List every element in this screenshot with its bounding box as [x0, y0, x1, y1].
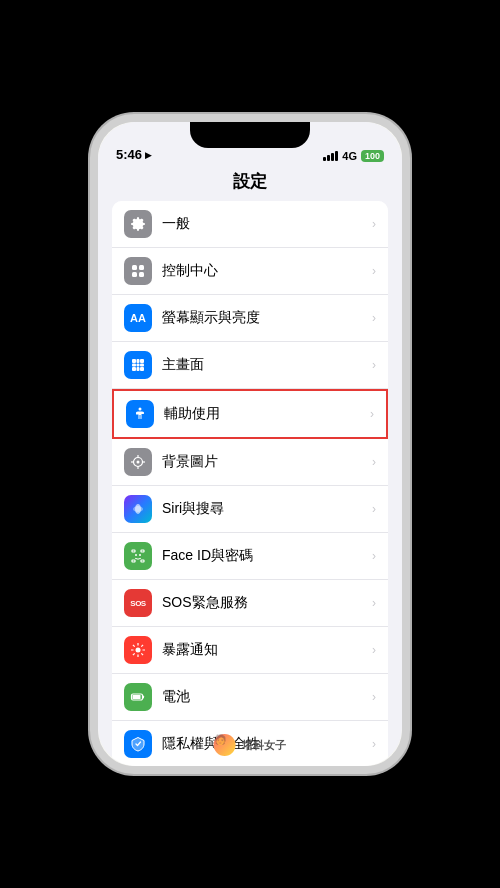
svg-rect-41 — [143, 696, 145, 699]
settings-item-exposure[interactable]: 暴露通知 › — [112, 627, 388, 674]
svg-rect-6 — [137, 359, 140, 363]
svg-rect-24 — [132, 550, 135, 552]
faceid-label: Face ID與密碼 — [162, 547, 368, 565]
control-icon — [124, 257, 152, 285]
general-label: 一般 — [162, 215, 368, 233]
svg-line-35 — [133, 645, 135, 647]
network-type: 4G — [342, 150, 357, 162]
settings-item-battery[interactable]: 電池 › — [112, 674, 388, 721]
page-title: 設定 — [233, 172, 267, 191]
svg-line-38 — [133, 653, 135, 655]
settings-list: 一般 › 控制中心 › AA 螢幕顯示與亮度 › — [98, 201, 402, 766]
svg-rect-8 — [132, 364, 136, 367]
phone-frame: 5:46 ▶ 4G 100 設定 — [90, 114, 410, 774]
svg-point-30 — [136, 648, 141, 653]
display-chevron: › — [372, 311, 376, 325]
control-label: 控制中心 — [162, 262, 368, 280]
sos-chevron: › — [372, 596, 376, 610]
home-chevron: › — [372, 358, 376, 372]
accessibility-icon — [126, 400, 154, 428]
svg-rect-12 — [137, 367, 140, 371]
exposure-label: 暴露通知 — [162, 641, 368, 659]
svg-rect-10 — [140, 364, 144, 367]
status-right: 4G 100 — [323, 150, 384, 162]
signal-bar-3 — [331, 153, 334, 161]
settings-group-1: 一般 › 控制中心 › AA 螢幕顯示與亮度 › — [112, 201, 388, 766]
navigation-bar: 設定 — [98, 166, 402, 201]
settings-item-wallpaper[interactable]: 背景圖片 › — [112, 439, 388, 486]
signal-bar-4 — [335, 151, 338, 161]
signal-bar-1 — [323, 157, 326, 161]
settings-item-control[interactable]: 控制中心 › — [112, 248, 388, 295]
accessibility-chevron: › — [370, 407, 374, 421]
exposure-icon — [124, 636, 152, 664]
settings-item-sos[interactable]: SOS SOS緊急服務 › — [112, 580, 388, 627]
watermark-text: 塔科女子 — [242, 739, 286, 751]
svg-rect-4 — [139, 272, 144, 277]
home-icon — [124, 351, 152, 379]
privacy-icon — [124, 730, 152, 758]
svg-line-36 — [141, 653, 143, 655]
signal-bars — [323, 151, 338, 161]
svg-point-28 — [135, 554, 137, 556]
settings-item-faceid[interactable]: Face ID與密碼 › — [112, 533, 388, 580]
wallpaper-icon — [124, 448, 152, 476]
svg-line-37 — [141, 645, 143, 647]
display-label: 螢幕顯示與亮度 — [162, 309, 368, 327]
watermark: 🧑 塔科女子 — [214, 734, 287, 756]
notch — [190, 122, 310, 148]
sos-label: SOS緊急服務 — [162, 594, 368, 612]
svg-point-23 — [133, 506, 143, 512]
settings-item-home[interactable]: 主畫面 › — [112, 342, 388, 389]
faceid-chevron: › — [372, 549, 376, 563]
wallpaper-chevron: › — [372, 455, 376, 469]
svg-rect-3 — [132, 272, 137, 277]
battery-label: 電池 — [162, 688, 368, 706]
exposure-chevron: › — [372, 643, 376, 657]
svg-rect-9 — [137, 364, 140, 367]
svg-point-29 — [139, 554, 141, 556]
svg-rect-7 — [140, 359, 144, 363]
svg-rect-11 — [132, 367, 136, 371]
battery-chevron: › — [372, 690, 376, 704]
svg-rect-40 — [133, 695, 141, 699]
svg-rect-13 — [140, 367, 144, 371]
svg-rect-26 — [132, 560, 135, 562]
settings-item-accessibility[interactable]: 輔助使用 › — [112, 389, 388, 439]
sos-icon: SOS — [124, 589, 152, 617]
signal-bar-2 — [327, 155, 330, 161]
battery-icon — [124, 683, 152, 711]
svg-rect-1 — [132, 265, 137, 270]
svg-rect-27 — [141, 560, 144, 562]
settings-item-display[interactable]: AA 螢幕顯示與亮度 › — [112, 295, 388, 342]
wallpaper-label: 背景圖片 — [162, 453, 368, 471]
siri-label: Siri與搜尋 — [162, 500, 368, 518]
control-chevron: › — [372, 264, 376, 278]
settings-item-siri[interactable]: Siri與搜尋 › — [112, 486, 388, 533]
svg-rect-25 — [141, 550, 144, 552]
siri-chevron: › — [372, 502, 376, 516]
home-label: 主畫面 — [162, 356, 368, 374]
screen: 5:46 ▶ 4G 100 設定 — [98, 122, 402, 766]
display-icon: AA — [124, 304, 152, 332]
general-chevron: › — [372, 217, 376, 231]
siri-icon — [124, 495, 152, 523]
accessibility-label: 輔助使用 — [164, 405, 366, 423]
svg-point-14 — [139, 408, 142, 411]
svg-point-16 — [137, 461, 140, 464]
svg-rect-2 — [139, 265, 144, 270]
privacy-chevron: › — [372, 737, 376, 751]
general-icon — [124, 210, 152, 238]
location-icon: ▶ — [145, 150, 152, 160]
settings-item-general[interactable]: 一般 › — [112, 201, 388, 248]
status-time: 5:46 — [116, 147, 142, 162]
watermark-avatar: 🧑 — [214, 734, 236, 756]
svg-rect-5 — [132, 359, 136, 363]
faceid-icon — [124, 542, 152, 570]
battery-indicator: 100 — [361, 150, 384, 162]
